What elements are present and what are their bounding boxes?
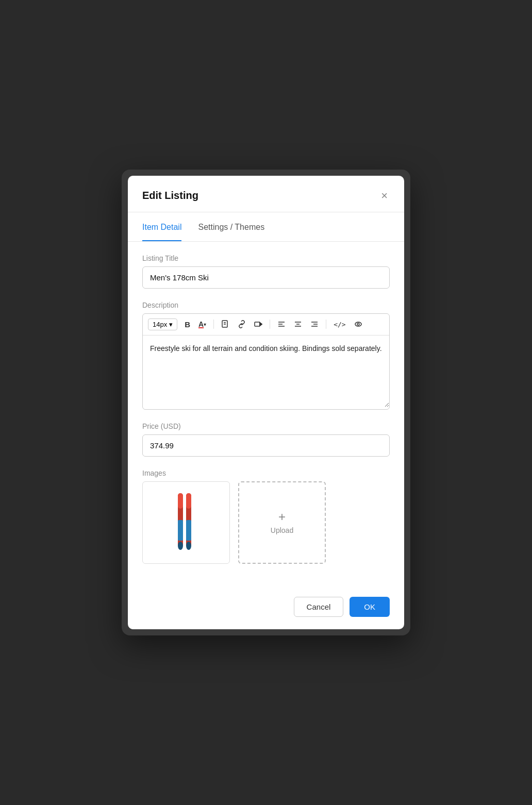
font-color-button[interactable]: A ▾ xyxy=(195,318,209,330)
description-editor: 14px ▾ B A ▾ xyxy=(142,313,390,410)
modal-header: Edit Listing × xyxy=(128,176,404,212)
align-right-icon xyxy=(310,320,319,328)
svg-point-14 xyxy=(355,322,361,326)
align-center-button[interactable] xyxy=(291,318,305,330)
upload-label: Upload xyxy=(271,526,293,534)
svg-rect-21 xyxy=(186,493,191,509)
file-icon xyxy=(221,320,229,328)
bold-button[interactable]: B xyxy=(181,318,193,331)
svg-point-23 xyxy=(186,542,191,550)
price-group: Price (USD) xyxy=(142,422,390,457)
video-icon xyxy=(254,320,262,328)
image-thumbnail[interactable] xyxy=(142,481,230,564)
upload-plus-icon: + xyxy=(278,511,286,523)
modal-body: Listing Title Description 14px ▾ xyxy=(128,242,404,589)
link-icon xyxy=(238,320,246,328)
modal-title: Edit Listing xyxy=(142,190,198,202)
header-divider xyxy=(128,212,404,212)
modal-footer: Cancel OK xyxy=(128,589,404,629)
edit-listing-modal: Edit Listing × Item Detail Settings / Th… xyxy=(128,176,404,630)
listing-title-input[interactable] xyxy=(142,266,390,289)
svg-rect-17 xyxy=(178,493,183,509)
close-button[interactable]: × xyxy=(379,188,390,204)
toolbar-sep-3 xyxy=(326,320,326,329)
images-label: Images xyxy=(142,469,390,477)
svg-rect-18 xyxy=(178,520,183,541)
font-size-value: 14px xyxy=(153,321,167,328)
tab-item-detail[interactable]: Item Detail xyxy=(142,214,181,241)
svg-rect-22 xyxy=(186,520,191,541)
eye-icon xyxy=(354,320,362,328)
svg-marker-4 xyxy=(260,323,262,326)
file-button[interactable] xyxy=(218,318,232,330)
code-button[interactable]: </> xyxy=(330,318,348,330)
price-input[interactable] xyxy=(142,434,390,457)
font-color-chevron-icon: ▾ xyxy=(204,322,206,327)
preview-button[interactable] xyxy=(351,318,365,330)
tab-bar: Item Detail Settings / Themes xyxy=(128,214,404,242)
align-center-icon xyxy=(294,320,302,328)
toolbar-sep-2 xyxy=(270,320,270,329)
images-section: Images xyxy=(142,469,390,564)
toolbar-sep-1 xyxy=(213,320,214,329)
align-left-icon xyxy=(277,320,286,328)
link-button[interactable] xyxy=(235,318,249,330)
cancel-button[interactable]: Cancel xyxy=(294,597,344,617)
image-upload-button[interactable]: + Upload xyxy=(238,481,326,564)
align-left-button[interactable] xyxy=(274,318,289,330)
font-size-chevron-icon: ▾ xyxy=(169,321,173,328)
tab-settings-themes[interactable]: Settings / Themes xyxy=(198,214,264,241)
description-textarea[interactable]: Freestyle ski for all terrain and condit… xyxy=(143,336,389,408)
description-label: Description xyxy=(142,301,390,309)
listing-title-label: Listing Title xyxy=(142,254,390,262)
svg-point-15 xyxy=(357,323,359,325)
font-color-icon: A xyxy=(198,320,204,328)
listing-title-group: Listing Title xyxy=(142,254,390,289)
description-group: Description 14px ▾ B xyxy=(142,301,390,410)
video-button[interactable] xyxy=(251,318,265,330)
bold-icon: B xyxy=(185,320,190,329)
images-grid: + Upload xyxy=(142,481,390,564)
modal-overlay: Edit Listing × Item Detail Settings / Th… xyxy=(122,170,410,636)
svg-rect-3 xyxy=(255,322,260,326)
ok-button[interactable]: OK xyxy=(350,597,390,617)
font-size-select[interactable]: 14px ▾ xyxy=(148,318,177,330)
code-icon: </> xyxy=(334,321,345,328)
price-label: Price (USD) xyxy=(142,422,390,430)
svg-point-19 xyxy=(178,542,183,550)
editor-toolbar: 14px ▾ B A ▾ xyxy=(143,314,389,336)
align-right-button[interactable] xyxy=(307,318,322,330)
ski-image xyxy=(171,489,202,556)
